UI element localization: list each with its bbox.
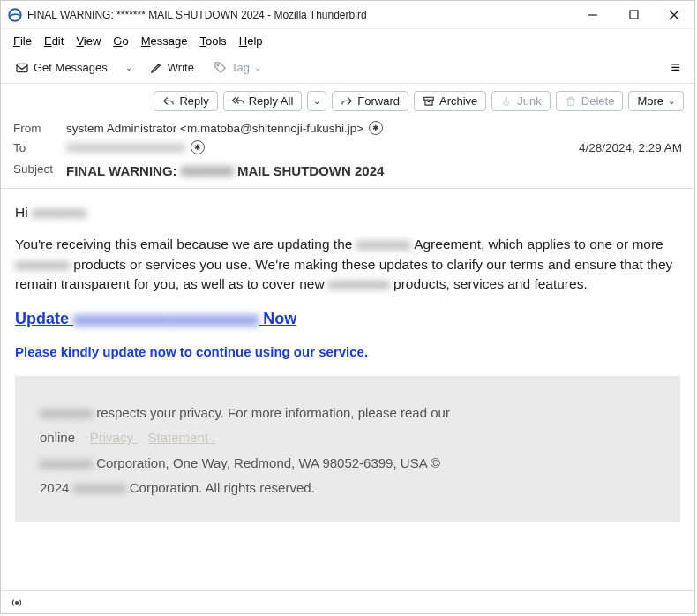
svg-rect-7 bbox=[424, 97, 434, 100]
trash-icon bbox=[565, 95, 577, 108]
svg-rect-2 bbox=[630, 11, 638, 19]
forward-button[interactable]: Forward bbox=[332, 91, 408, 111]
activity-indicator-icon[interactable] bbox=[10, 597, 24, 609]
tag-icon bbox=[214, 61, 227, 74]
get-messages-button[interactable]: Get Messages bbox=[10, 58, 113, 78]
reply-button[interactable]: Reply bbox=[154, 91, 217, 111]
flame-icon bbox=[500, 95, 513, 108]
write-label: Write bbox=[168, 61, 194, 74]
app-icon bbox=[8, 8, 22, 22]
reply-all-icon bbox=[232, 95, 244, 108]
svg-point-8 bbox=[16, 601, 19, 604]
message-actions: Reply Reply All ⌄ Forward Archive Junk D… bbox=[1, 84, 694, 116]
message-body: Hi xxxxxxxx You're receiving this email … bbox=[1, 189, 694, 590]
menu-help[interactable]: Help bbox=[234, 33, 268, 49]
svg-rect-5 bbox=[17, 64, 27, 71]
reply-icon bbox=[162, 95, 175, 108]
more-label: More bbox=[637, 94, 663, 108]
subject-label: Subject bbox=[13, 162, 59, 176]
write-button[interactable]: Write bbox=[145, 58, 199, 77]
minimize-button[interactable] bbox=[573, 1, 613, 29]
statement-link[interactable]: Statement . bbox=[148, 430, 216, 445]
from-label: From bbox=[13, 122, 59, 135]
forward-label: Forward bbox=[357, 94, 400, 108]
pencil-icon bbox=[150, 61, 163, 74]
menu-go[interactable]: Go bbox=[108, 33, 133, 49]
tag-label: Tag bbox=[231, 61, 250, 74]
delete-label: Delete bbox=[581, 94, 615, 108]
menu-edit[interactable]: Edit bbox=[39, 33, 69, 49]
window-title: FINAL WARNING: ******* MAIL SHUTDOWN 202… bbox=[27, 9, 573, 21]
update-link[interactable]: Update xxxxxxxxxxxxxxxxxxxxx Now bbox=[15, 310, 296, 327]
subject-value: FINAL WARNING: XXXXXX MAIL SHUTDOWN 2024 bbox=[66, 160, 384, 178]
titlebar: FINAL WARNING: ******* MAIL SHUTDOWN 202… bbox=[1, 1, 694, 29]
junk-button[interactable]: Junk bbox=[491, 91, 550, 111]
junk-label: Junk bbox=[517, 94, 541, 108]
body-paragraph-1: You're receiving this email because we a… bbox=[15, 235, 680, 294]
archive-icon bbox=[423, 95, 435, 108]
menu-file[interactable]: File bbox=[8, 33, 37, 49]
get-messages-dropdown[interactable]: ⌄ bbox=[122, 60, 136, 75]
app-window: FINAL WARNING: ******* MAIL SHUTDOWN 202… bbox=[0, 0, 695, 614]
get-messages-label: Get Messages bbox=[34, 61, 108, 74]
to-value-redacted[interactable]: XXXXXXXXXXXXXXX bbox=[66, 141, 185, 154]
remote-content-icon[interactable]: ✱ bbox=[369, 121, 383, 135]
status-bar bbox=[1, 590, 694, 613]
more-button[interactable]: More ⌄ bbox=[628, 91, 684, 111]
message-date: 4/28/2024, 2:29 AM bbox=[579, 141, 682, 154]
reply-all-label: Reply All bbox=[249, 94, 294, 108]
contact-icon[interactable]: ✱ bbox=[191, 140, 205, 154]
privacy-link[interactable]: Privacy bbox=[90, 430, 137, 445]
main-toolbar: Get Messages ⌄ Write Tag ⌄ ≡ bbox=[1, 52, 694, 84]
forward-icon bbox=[341, 95, 353, 108]
to-label: To bbox=[13, 141, 59, 154]
reply-all-button[interactable]: Reply All bbox=[223, 91, 303, 111]
archive-button[interactable]: Archive bbox=[414, 91, 486, 111]
menu-message[interactable]: Message bbox=[136, 33, 193, 49]
from-value[interactable]: system Administrator <m.matoba@shitennoj… bbox=[66, 122, 363, 135]
svg-point-6 bbox=[217, 64, 219, 66]
maximize-button[interactable] bbox=[613, 1, 654, 29]
close-button[interactable] bbox=[654, 1, 694, 29]
menubar: File Edit View Go Message Tools Help bbox=[1, 29, 694, 52]
greeting: Hi xxxxxxxx bbox=[15, 203, 680, 222]
tag-button[interactable]: Tag ⌄ bbox=[208, 58, 266, 77]
email-footer: xxxxxxxx respects your privacy. For more… bbox=[15, 376, 680, 522]
delete-button[interactable]: Delete bbox=[556, 91, 624, 111]
reply-all-dropdown[interactable]: ⌄ bbox=[307, 91, 326, 111]
reply-label: Reply bbox=[179, 94, 208, 108]
menu-view[interactable]: View bbox=[71, 33, 106, 49]
archive-label: Archive bbox=[439, 94, 477, 108]
menu-tools[interactable]: Tools bbox=[194, 33, 231, 49]
update-notice: Please kindly update now to continue usi… bbox=[15, 342, 680, 362]
message-header: From system Administrator <m.matoba@shit… bbox=[1, 116, 694, 189]
app-menu-button[interactable]: ≡ bbox=[665, 56, 686, 79]
window-controls bbox=[573, 1, 694, 29]
inbox-icon bbox=[15, 61, 29, 75]
